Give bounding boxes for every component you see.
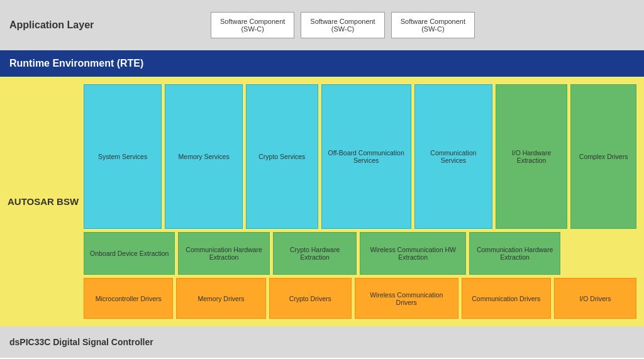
dsp-title: dsPIC33C Digital Signal Controller (9, 337, 153, 347)
sw-component-3: Software Component(SW-C) (391, 12, 475, 38)
bsw-content: System Services Memory Services Crypto S… (84, 84, 636, 319)
app-layer: Application Layer Software Component(SW-… (0, 0, 644, 50)
complex-drivers: Complex Drivers (570, 84, 636, 229)
sw-component-2: Software Component(SW-C) (301, 12, 384, 38)
bsw-row-3: Microcontroller Drivers Memory Drivers C… (84, 278, 636, 319)
sw-component-1: Software Component(SW-C) (211, 12, 294, 38)
comm-hw-extraction-1: Communication Hardware Extraction (178, 232, 269, 275)
memory-drivers: Memory Drivers (176, 278, 265, 319)
app-layer-title: Application Layer (9, 19, 97, 31)
rte-layer: Runtime Environment (RTE) (0, 50, 644, 77)
main-container: Application Layer Software Component(SW-… (0, 0, 644, 359)
crypto-services: Crypto Services (246, 84, 318, 229)
crypto-hw-extraction: Crypto Hardware Extraction (273, 232, 357, 275)
comm-services: Communication Services (414, 84, 492, 229)
io-drivers: I/O Drivers (554, 278, 636, 319)
microcontroller-drivers: Microcontroller Drivers (84, 278, 173, 319)
wireless-comm-drivers: Wireless Communication Drivers (355, 278, 458, 319)
offboard-comm-services: Off-Board Communication Services (321, 84, 411, 229)
io-hw-placeholder (564, 232, 636, 275)
crypto-drivers: Crypto Drivers (269, 278, 352, 319)
wireless-comm-hw-extraction: Wireless Communication HW Extraction (360, 232, 465, 275)
comm-drivers: Communication Drivers (462, 278, 551, 319)
system-services: System Services (84, 84, 162, 229)
onboard-device-extraction: Onboard Device Extraction (84, 232, 175, 275)
comm-hw-extraction-2: Communication Hardware Extraction (469, 232, 560, 275)
bsw-label: AUTOSAR BSW (8, 84, 84, 319)
rte-title: Runtime Environment (RTE) (9, 58, 143, 69)
io-hw-extraction: I/O Hardware Extraction (496, 84, 567, 229)
bsw-row-2: Onboard Device Extraction Communication … (84, 232, 636, 275)
bsw-area: AUTOSAR BSW System Services Memory Servi… (0, 77, 644, 326)
bsw-row-1: System Services Memory Services Crypto S… (84, 84, 636, 229)
dsp-layer: dsPIC33C Digital Signal Controller (0, 326, 644, 358)
sw-components: Software Component(SW-C) Software Compon… (211, 12, 475, 38)
memory-services: Memory Services (165, 84, 243, 229)
